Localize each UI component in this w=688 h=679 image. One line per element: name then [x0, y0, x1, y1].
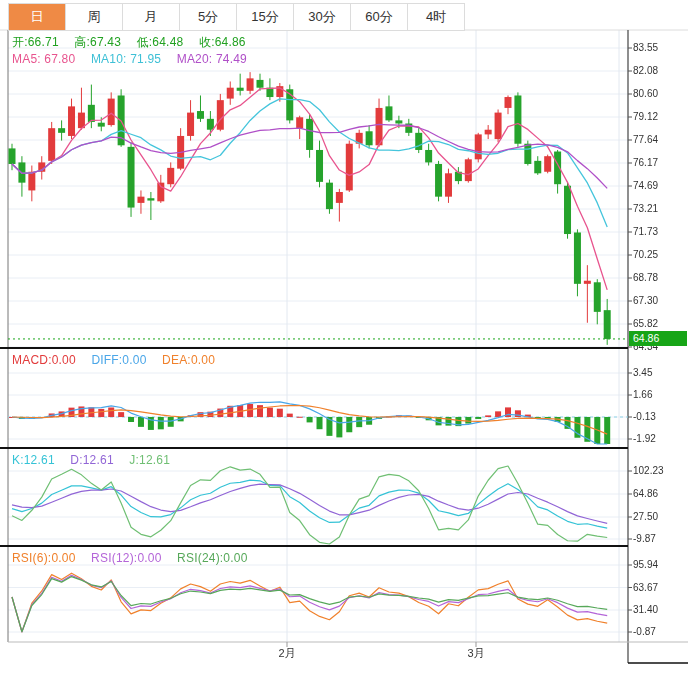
tab-30min[interactable]: 30分 [294, 4, 351, 30]
open-value: 开:66.71 [12, 35, 59, 49]
tab-4hour[interactable]: 4时 [408, 4, 464, 30]
tab-60min[interactable]: 60分 [351, 4, 408, 30]
ma5-value: MA5: 67.80 [12, 52, 75, 66]
period-tabbar: 日 周 月 5分 15分 30分 60分 4时 [8, 3, 465, 31]
tab-month[interactable]: 月 [123, 4, 180, 30]
tab-5min[interactable]: 5分 [180, 4, 237, 30]
macd-value: MACD:0.00 [12, 353, 76, 367]
low-value: 低:64.48 [137, 35, 184, 49]
ohlc-header: 开:66.71 高:67.43 低:64.48 收:64.86 [12, 34, 258, 51]
kdj-header: K:12.61 D:12.61 J:12.61 [12, 453, 182, 467]
ma-header: MA5: 67.80 MA10: 71.95 MA20: 74.49 [12, 52, 259, 66]
rsi12-value: RSI(12):0.00 [91, 551, 161, 565]
rsi6-value: RSI(6):0.00 [12, 551, 76, 565]
last-price-tag: 64.86 [629, 331, 687, 346]
candlestick-chart-canvas[interactable] [0, 0, 688, 679]
j-value: J:12.61 [129, 453, 170, 467]
macd-header: MACD:0.00 DIFF:0.00 DEA:0.00 [12, 353, 227, 367]
tab-week[interactable]: 周 [66, 4, 123, 30]
tab-15min[interactable]: 15分 [237, 4, 294, 30]
diff-value: DIFF:0.00 [91, 353, 146, 367]
tab-day[interactable]: 日 [9, 4, 66, 30]
rsi24-value: RSI(24):0.00 [177, 551, 247, 565]
high-value: 高:67.43 [74, 35, 121, 49]
close-value: 收:64.86 [199, 35, 246, 49]
dea-value: DEA:0.00 [162, 353, 215, 367]
rsi-header: RSI(6):0.00 RSI(12):0.00 RSI(24):0.00 [12, 551, 260, 565]
stock-chart-app: 日 周 月 5分 15分 30分 60分 4时 开:66.71 高:67.43 … [0, 0, 688, 679]
ma10-value: MA10: 71.95 [91, 52, 161, 66]
ma20-value: MA20: 74.49 [177, 52, 247, 66]
d-value: D:12.61 [70, 453, 113, 467]
k-value: K:12.61 [12, 453, 55, 467]
